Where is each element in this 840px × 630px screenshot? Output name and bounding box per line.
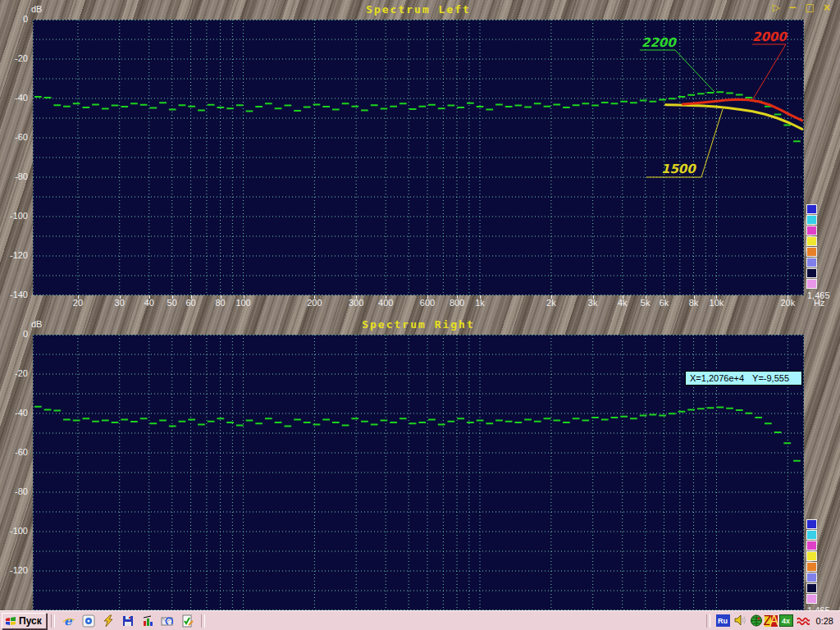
y-tick-label: -100 (0, 211, 28, 221)
taskbar-left: Пуск e (0, 611, 209, 630)
x-tick-mark (480, 295, 481, 299)
y-tick-label: 0 (0, 329, 28, 339)
chart-title-left: Spectrum Left (33, 3, 804, 16)
x-tick-label: 6k (647, 298, 680, 308)
palette-swatch-5[interactable] (806, 573, 817, 582)
palette-swatch-0[interactable] (806, 519, 817, 529)
task-check-icon[interactable] (180, 614, 194, 628)
clock[interactable]: 0:28 (816, 616, 833, 626)
y-tick-label: -60 (0, 447, 28, 457)
taskbar-separator[interactable] (51, 614, 55, 628)
trace-color-palette (806, 204, 818, 290)
palette-swatch-2[interactable] (806, 226, 817, 235)
windows-logo-icon (5, 616, 16, 626)
modem-wave-icon[interactable] (797, 614, 810, 627)
x-tick-mark (191, 295, 192, 299)
start-button[interactable]: Пуск (2, 613, 47, 629)
y-axis-unit: dB (31, 319, 42, 329)
palette-swatch-2[interactable] (806, 541, 817, 550)
zonealarm-icon[interactable]: Z A (765, 615, 778, 627)
palette-swatch-1[interactable] (806, 215, 817, 225)
x-tick-label: 2k (535, 298, 568, 308)
readout-x: X=1,2076e+4 (690, 373, 744, 383)
svg-text:e: e (64, 614, 73, 628)
x-tick-label: 10k (700, 298, 733, 308)
x-tick-mark (646, 295, 646, 299)
plot-area-left[interactable]: 220020001500 (33, 20, 804, 295)
close-icon[interactable]: × (823, 2, 833, 13)
winamp-icon[interactable] (102, 614, 115, 628)
x-tick-label: 60 (175, 298, 208, 308)
x-tick-label: 1k (463, 298, 496, 308)
mixer-icon[interactable] (141, 614, 154, 628)
palette-swatch-0[interactable] (806, 204, 817, 214)
svg-text:2000: 2000 (752, 30, 788, 44)
language-indicator[interactable]: Ru (716, 614, 730, 627)
x-tick-mark (664, 295, 664, 299)
x-tick-label: 600 (411, 298, 444, 308)
palette-swatch-3[interactable] (806, 551, 817, 561)
network-globe-icon[interactable] (750, 614, 763, 627)
taskbar-separator[interactable] (201, 614, 205, 628)
y-tick-label: -20 (0, 53, 28, 63)
desktop: ▷ − □ × Spectrum LeftdBHz2200200015000-2… (0, 0, 840, 630)
x-tick-mark (172, 295, 173, 299)
x-tick-mark (694, 295, 695, 299)
palette-value-label: 1,465 (807, 290, 830, 300)
chart-title-right: Spectrum Right (33, 318, 804, 331)
internet-explorer-icon[interactable]: e (62, 614, 75, 628)
y-tick-label: -100 (0, 526, 28, 536)
x-tick-mark (716, 295, 717, 299)
x-tick-mark (149, 295, 150, 299)
x-tick-mark (593, 295, 594, 299)
x-tick-label: 300 (340, 298, 372, 308)
y-tick-label: -80 (0, 171, 28, 181)
cpu-usage-icon[interactable]: 4x (779, 614, 793, 627)
palette-swatch-4[interactable] (806, 247, 817, 257)
palette-swatch-3[interactable] (806, 236, 817, 246)
volume-icon[interactable] (733, 614, 746, 627)
y-tick-label: 0 (0, 14, 28, 24)
y-tick-label: -20 (0, 368, 28, 378)
palette-swatch-7[interactable] (806, 594, 817, 604)
x-tick-mark (386, 295, 386, 299)
tray-separator (706, 614, 710, 628)
y-tick-label: -40 (0, 408, 28, 418)
readout-y: Y=-9,555 (752, 373, 789, 383)
x-tick-mark (356, 295, 357, 299)
y-tick-label: -60 (0, 132, 28, 142)
viewer-icon[interactable] (82, 614, 95, 628)
x-tick-label: 20k (771, 298, 804, 308)
save-icon[interactable] (121, 614, 135, 628)
palette-swatch-7[interactable] (806, 279, 817, 289)
x-tick-mark (314, 295, 315, 299)
y-tick-label: -120 (0, 565, 28, 575)
cursor-readout-tooltip: X=1,2076e+4Y=-9,555 (685, 371, 802, 386)
palette-swatch-1[interactable] (806, 530, 817, 540)
start-label: Пуск (19, 615, 42, 627)
palette-swatch-4[interactable] (806, 562, 817, 572)
x-tick-mark (551, 295, 552, 299)
svg-text:1500: 1500 (661, 162, 696, 176)
y-tick-label: -140 (0, 290, 28, 299)
x-tick-mark (120, 295, 121, 299)
x-tick-mark (457, 295, 458, 299)
x-tick-label: 30 (103, 298, 136, 308)
x-tick-mark (78, 295, 79, 299)
x-tick-mark (427, 295, 428, 299)
x-tick-label: 400 (369, 298, 402, 308)
maximize-icon[interactable]: □ (805, 2, 816, 13)
y-axis-unit: dB (31, 4, 42, 14)
palette-swatch-6[interactable] (806, 268, 817, 278)
mail-icon[interactable] (161, 614, 174, 628)
x-tick-mark (244, 295, 244, 299)
x-tick-label: 20 (62, 298, 94, 308)
palette-swatch-6[interactable] (806, 583, 817, 593)
x-tick-label: 3k (577, 298, 609, 308)
system-tray: Ru Z A 4x (702, 611, 840, 630)
palette-swatch-5[interactable] (806, 258, 817, 267)
trace-color-palette (806, 519, 818, 605)
x-tick-label: 100 (227, 298, 260, 308)
x-tick-mark (623, 295, 623, 299)
y-tick-label: -120 (0, 250, 28, 260)
